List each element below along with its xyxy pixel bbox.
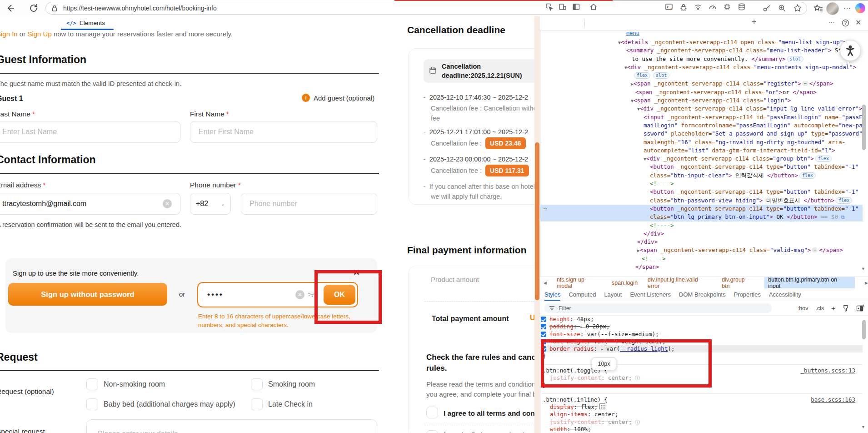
close-icon[interactable]: × — [354, 267, 359, 278]
divider — [0, 370, 379, 371]
clear-password-icon[interactable]: ✕ — [295, 290, 304, 299]
country-code-select[interactable]: +82⌄ — [190, 193, 231, 215]
special-request-textarea[interactable]: Please enter your details — [86, 419, 377, 433]
required-agree-label[interactable]: [Required] I have read and agree t — [444, 431, 534, 433]
ok-button[interactable]: OK — [324, 285, 355, 305]
url-text[interactable]: https://test-newwww.ohmyhotel.com/hotel/… — [63, 5, 217, 12]
breadcrumb-item[interactable]: div.group-btn — [722, 277, 754, 288]
address-bar[interactable]: https://test-newwww.ohmyhotel.com/hotel/… — [45, 2, 807, 15]
special-request-label: Special request — [0, 428, 45, 433]
breadcrumb-item[interactable]: nts.sign-up-modal — [557, 277, 602, 288]
phone-label: Phone number* — [190, 181, 241, 189]
breadcrumb-right-icon[interactable]: ▶ — [865, 281, 868, 285]
divider — [0, 173, 379, 174]
top-gray-line — [613, 0, 868, 1]
more-tabs-plus[interactable]: + — [752, 17, 757, 27]
breadcrumb-item[interactable]: div.input.lg.line.valid-error — [648, 277, 712, 288]
divider — [424, 425, 534, 425]
first-name-label: First Name* — [190, 110, 229, 118]
rendering-icon[interactable] — [843, 305, 849, 312]
checkbox-agree-all[interactable] — [426, 407, 438, 418]
checkbox-smoking[interactable] — [251, 378, 263, 390]
dom-scrollbar-thumb[interactable] — [862, 105, 866, 150]
signup-without-password-button[interactable]: Sign up without password — [8, 283, 167, 306]
request-title: Request — [0, 351, 38, 363]
fare-rules-desc: you agree, and complete your final boo — [426, 390, 534, 398]
last-name-input[interactable]: Enter Last Name — [0, 121, 180, 143]
dom-scroll-down-icon[interactable]: ▼ — [861, 267, 865, 271]
option-label[interactable]: Baby bed (additional charges may apply) — [104, 400, 235, 408]
back-icon[interactable] — [5, 3, 15, 14]
tab-elements[interactable]: </> Elements — [61, 16, 110, 30]
fare-rules-title: Check the fare rules and cancella — [426, 353, 534, 362]
tab-computed[interactable]: Computed — [569, 291, 596, 298]
tab-properties[interactable]: Properties — [734, 291, 761, 298]
first-name-input[interactable]: Enter First Name — [190, 121, 377, 143]
collections-icon[interactable] — [813, 4, 823, 14]
booking-page: Sign In or Sign Up now to manage your re… — [0, 16, 534, 433]
devtools-help-icon[interactable] — [842, 19, 849, 27]
console-icon[interactable] — [664, 2, 673, 11]
network-icon[interactable] — [693, 2, 703, 11]
sign-up-link[interactable]: Sign Up — [27, 30, 51, 38]
divider — [0, 73, 379, 74]
tab-dom-breakpoints[interactable]: DOM Breakpoints — [679, 291, 726, 298]
favorite-star-icon[interactable] — [793, 4, 802, 13]
checkbox-late-checkin[interactable] — [251, 398, 263, 410]
issues-bug-icon[interactable] — [679, 2, 688, 11]
phone-input[interactable]: Phone number — [241, 193, 377, 215]
device-toolbar-icon[interactable] — [558, 2, 567, 11]
styles-scroll-up-icon[interactable]: ▲ — [861, 303, 865, 307]
filter-icon — [549, 306, 555, 311]
tab-styles[interactable]: Styles — [544, 291, 560, 301]
checkbox-baby-bed[interactable] — [86, 398, 98, 410]
tab-layout[interactable]: Layout — [604, 291, 622, 298]
tab-accessibility[interactable]: Accessibility — [769, 291, 801, 298]
zoom-icon[interactable] — [778, 4, 787, 13]
tab-event-listeners[interactable]: Event Listeners — [630, 291, 671, 298]
agree-all-label[interactable]: I agree to all terms and conditions — [444, 409, 534, 418]
checkbox-non-smoking[interactable] — [86, 378, 98, 390]
option-label[interactable]: Smoking room — [268, 380, 315, 388]
screen: https://test-newwww.ohmyhotel.com/hotel/… — [0, 0, 868, 433]
styles-scrollbar-thumb[interactable] — [862, 320, 866, 339]
password-eye-icon[interactable] — [307, 292, 317, 298]
devtools-close-icon[interactable]: ✕ — [855, 18, 861, 27]
breadcrumb-item[interactable]: span.login — [612, 280, 638, 286]
checkbox-required[interactable] — [426, 430, 438, 433]
option-label[interactable]: Late Check in — [268, 400, 313, 408]
cancellation-fee-row: Cancellation fee :USD 117.31 — [431, 165, 529, 176]
performance-icon[interactable] — [708, 2, 717, 11]
add-guest-button[interactable]: + Add guest (optional) — [302, 94, 374, 102]
copilot-icon[interactable] — [855, 3, 865, 13]
accessibility-widget-button[interactable] — [840, 40, 861, 61]
application-icon[interactable] — [737, 2, 746, 11]
guest-1-label: Guest 1 — [0, 95, 23, 103]
email-label: Email address* — [0, 181, 45, 189]
breadcrumb-left-icon[interactable]: ◀ — [544, 281, 547, 285]
refresh-icon[interactable] — [28, 3, 39, 14]
new-style-rule-plus[interactable]: + — [831, 304, 835, 312]
styles-filter-input[interactable]: Filter — [544, 303, 772, 313]
inspect-icon[interactable] — [544, 2, 554, 11]
home-icon[interactable] — [589, 2, 598, 11]
styles-tabbar: Styles Computed Layout Event Listeners D… — [540, 288, 868, 301]
dock-icon[interactable] — [572, 2, 581, 11]
sign-in-link[interactable]: Sign In — [0, 30, 18, 38]
option-label[interactable]: Non-smoking room — [104, 380, 165, 388]
hov-toggle[interactable]: :hov — [798, 305, 808, 312]
more-icon[interactable]: ⋯ — [843, 4, 851, 12]
email-input[interactable]: ttracytestomh@gmail.com ✕ — [0, 193, 180, 215]
avatar[interactable] — [826, 2, 839, 15]
memory-icon[interactable] — [723, 2, 732, 11]
breadcrumb-item-selected[interactable]: button.btn.lg.primary.btn-on-input — [764, 277, 855, 288]
top-red-line — [394, 0, 613, 1]
dom-tree[interactable]: ▼<details _ngcontent-serverapp-c114 open… — [540, 38, 863, 271]
cls-toggle[interactable]: .cls — [815, 305, 824, 312]
styles-scroll-down-icon[interactable]: ▼ — [861, 425, 865, 429]
key-icon[interactable] — [762, 4, 771, 13]
styles-rules[interactable]: height: 48px;padding: ▸ 0 20px;font-size… — [540, 316, 863, 433]
devtools-more-menu-icon[interactable]: ⋯ — [828, 18, 835, 26]
page-scrollbar-thumb[interactable] — [535, 142, 539, 300]
clear-email-icon[interactable]: ✕ — [163, 199, 172, 208]
